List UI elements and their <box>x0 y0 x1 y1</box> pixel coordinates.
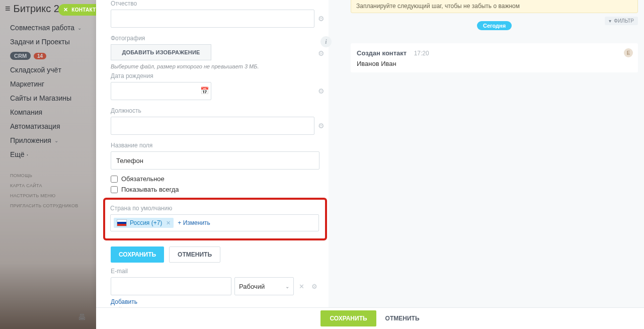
sidebar-item-marketing[interactable]: Маркетинг <box>10 77 96 91</box>
sidebar-item-more[interactable]: Ещё · <box>10 147 96 161</box>
crm-badge: 14 <box>34 53 46 59</box>
sidebar-item-crm[interactable]: CRM 14 <box>10 49 96 63</box>
dob-input[interactable] <box>111 82 211 100</box>
crm-pill: CRM <box>10 52 31 60</box>
flag-russia-icon <box>117 219 127 226</box>
footer-link-configure[interactable]: НАСТРОИТЬ МЕНЮ <box>10 191 96 201</box>
sidebar-item-label: Маркетинг <box>10 80 44 88</box>
change-country-link[interactable]: + Изменить <box>178 219 210 226</box>
sidebar-item-label: Складской учёт <box>10 66 61 74</box>
timeline-entry-body: Иванов Иван <box>357 57 632 67</box>
calendar-icon[interactable]: 📅 <box>200 87 209 95</box>
sidebar-item-automation[interactable]: Автоматизация <box>10 119 96 133</box>
sidebar-item-collab[interactable]: Совместная работа ⌄ <box>10 21 96 35</box>
printer-icon[interactable]: 🖶 <box>78 313 86 322</box>
gear-icon[interactable]: ⚙ <box>309 283 319 290</box>
email-label: E-mail <box>111 268 329 277</box>
tip-text: Запланируйте следующий шаг, чтобы не заб… <box>356 3 520 10</box>
filter-button[interactable]: ▾ ФИЛЬТР <box>605 17 638 25</box>
timeline-entry-title: Создан контакт <box>357 49 407 57</box>
close-icon[interactable]: ✕ <box>63 7 68 13</box>
sidebar-item-label: Компания <box>10 108 42 116</box>
required-checkbox[interactable] <box>111 176 118 183</box>
email-type-value: Рабочий <box>239 283 265 290</box>
sidebar-item-label: Автоматизация <box>10 122 60 130</box>
timeline-entry[interactable]: Создан контакт 17:20 Иванов Иван E <box>351 43 638 72</box>
sidebar-footer: ПОМОЩЬ КАРТА САЙТА НАСТРОИТЬ МЕНЮ ПРИГЛА… <box>0 161 96 211</box>
timeline-column: i Запланируйте следующий шаг, чтобы не з… <box>329 0 644 307</box>
field-name-label: Название поля <box>111 142 329 151</box>
photo-hint: Выберите файл, размер которого не превыш… <box>111 61 329 69</box>
sidebar-item-apps[interactable]: Приложения ⌄ <box>10 133 96 147</box>
footer-link-help[interactable]: ПОМОЩЬ <box>10 171 96 181</box>
email-input[interactable] <box>111 277 231 295</box>
footer-link-invite[interactable]: ПРИГЛАСИТЬ СОТРУДНИКОВ <box>10 201 96 211</box>
form-column: Отчество ⚙ Фотография ДОБАВИТЬ ИЗОБРАЖЕН… <box>96 0 329 307</box>
dob-label: Дата рождения <box>111 72 329 82</box>
default-country-highlight: Страна по умолчанию Россия (+7) ✕ + Изме… <box>103 198 327 240</box>
email-type-select[interactable]: Рабочий ⌄ <box>234 277 294 295</box>
save-button[interactable]: СОХРАНИТЬ <box>320 310 376 326</box>
country-chip[interactable]: Россия (+7) ✕ <box>114 218 174 228</box>
always-show-checkbox-label: Показывать всегда <box>121 186 179 193</box>
field-name-input[interactable] <box>111 151 319 170</box>
gear-icon[interactable]: ⚙ <box>318 49 325 57</box>
sidebar-item-label: Задачи и Проекты <box>10 38 70 46</box>
required-checkbox-row[interactable]: Обязательное <box>111 174 329 184</box>
chevron-down-icon: ⌄ <box>77 25 82 31</box>
sidebar-item-company[interactable]: Компания <box>10 105 96 119</box>
chevron-down-icon: ⌄ <box>285 284 289 289</box>
gear-icon[interactable]: ⚙ <box>318 87 325 95</box>
sidebar-item-warehouse[interactable]: Складской учёт <box>10 63 96 77</box>
photo-label: Фотография <box>111 35 329 44</box>
country-chip-label: Россия (+7) <box>130 219 162 226</box>
remove-chip-icon[interactable]: ✕ <box>165 220 171 226</box>
filter-icon: ▾ <box>609 18 611 24</box>
patronymic-input[interactable] <box>111 10 314 28</box>
job-label: Должность <box>111 107 329 117</box>
add-image-button[interactable]: ДОБАВИТЬ ИЗОБРАЖЕНИЕ <box>111 44 211 60</box>
patronymic-label: Отчество <box>111 0 329 10</box>
app-logo: Битрикс 2 <box>14 3 59 15</box>
sidebar-item-label: Приложения <box>10 136 51 144</box>
timeline-entry-time: 17:20 <box>409 50 429 57</box>
footer-link-sitemap[interactable]: КАРТА САЙТА <box>10 181 96 191</box>
today-divider: Сегодня <box>477 21 512 30</box>
avatar[interactable]: E <box>624 48 633 57</box>
always-show-checkbox-row[interactable]: Показывать всегда <box>111 184 329 195</box>
gear-icon[interactable]: ⚙ <box>318 15 325 23</box>
hamburger-icon[interactable]: ≡ <box>5 4 11 14</box>
info-marker-icon: i <box>320 36 332 47</box>
sidebar-item-sites[interactable]: Сайты и Магазины <box>10 91 96 105</box>
bottom-action-bar: СОХРАНИТЬ ОТМЕНИТЬ <box>96 307 644 329</box>
chevron-down-icon: ⌄ <box>54 138 58 143</box>
contact-tag-pill[interactable]: ✕ КОНТАКТ <box>58 4 102 16</box>
cancel-button[interactable]: ОТМЕНИТЬ <box>385 315 420 322</box>
job-input[interactable] <box>111 117 314 135</box>
sidebar-item-label: Сайты и Магазины <box>10 94 71 102</box>
always-show-checkbox[interactable] <box>111 186 118 193</box>
tip-banner: Запланируйте следующий шаг, чтобы не заб… <box>351 0 638 13</box>
contact-tag-label: КОНТАКТ <box>71 7 96 13</box>
country-input[interactable]: Россия (+7) ✕ + Изменить <box>110 214 319 231</box>
sidebar-item-tasks[interactable]: Задачи и Проекты <box>10 35 96 49</box>
sidebar-item-label: Ещё · <box>10 150 28 158</box>
cancel-field-button[interactable]: ОТМЕНИТЬ <box>169 246 220 263</box>
gear-icon[interactable]: ⚙ <box>318 122 325 130</box>
sidebar-item-label: Совместная работа <box>10 24 74 32</box>
remove-email-icon[interactable]: ✕ <box>297 283 306 290</box>
add-email-link[interactable]: Добавить <box>111 295 329 306</box>
slide-panel: Отчество ⚙ Фотография ДОБАВИТЬ ИЗОБРАЖЕН… <box>96 0 644 307</box>
country-label: Страна по умолчанию <box>110 205 318 214</box>
filter-label: ФИЛЬТР <box>614 18 634 24</box>
save-field-button[interactable]: СОХРАНИТЬ <box>111 246 164 263</box>
sidebar: ≡ Битрикс 2 Совместная работа ⌄ Задачи и… <box>0 0 96 329</box>
required-checkbox-label: Обязательное <box>121 175 165 183</box>
